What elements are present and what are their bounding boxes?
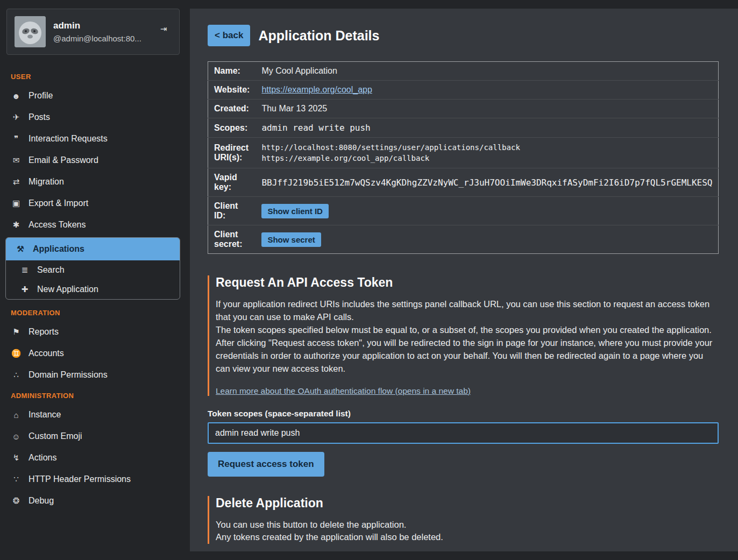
request-token-title: Request An API Access Token: [216, 275, 719, 290]
detail-value-scopes: admin read write push: [256, 118, 719, 138]
users-icon: [11, 349, 22, 358]
detail-row-created: Created: Thu Mar 13 2025: [208, 100, 719, 118]
page-header: < back Application Details: [208, 25, 719, 46]
sidebar-item-label: Access Tokens: [29, 220, 86, 230]
sidebar-item-migration[interactable]: Migration: [0, 171, 186, 193]
detail-row-scopes: Scopes: admin read write push: [208, 118, 719, 138]
sidebar-item-label: Applications: [33, 244, 84, 254]
avatar: [15, 16, 46, 47]
sidebar-item-label: HTTP Header Permissions: [29, 474, 131, 484]
sidebar-item-label: Accounts: [29, 349, 64, 358]
user-meta: admin @admin@localhost:80...: [53, 20, 141, 43]
sidebar-item-new-application[interactable]: New Application: [6, 280, 180, 299]
user-handle: @admin@localhost:80...: [53, 34, 141, 43]
envelope-icon: [11, 155, 22, 165]
sidebar-item-label: Migration: [29, 177, 64, 187]
delete-info-line: You can use this button to delete the ap…: [216, 519, 719, 531]
delete-application-section: Delete Application You can use this butt…: [208, 496, 719, 544]
list-icon: [19, 265, 30, 275]
oauth-learn-more-link[interactable]: Learn more about the OAuth authenticatio…: [216, 386, 471, 395]
detail-value-redirect-uris: http://localhost:8080/settings/user/appl…: [256, 138, 719, 168]
sidebar-item-posts[interactable]: Posts: [0, 107, 186, 128]
sidebar-item-applications[interactable]: Applications: [6, 238, 180, 260]
applications-subnav: Search New Application: [6, 260, 180, 299]
website-link[interactable]: https://example.org/cool_app: [261, 85, 372, 94]
content-panel: < back Application Details Name: My Cool…: [190, 9, 738, 551]
request-token-paragraph: The token scopes specified below must be…: [216, 324, 719, 337]
sidebar-item-domain-permissions[interactable]: Domain Permissions: [0, 364, 186, 386]
share-alt-icon: [11, 474, 22, 484]
detail-label-name: Name:: [208, 62, 256, 81]
sidebar-applications-group: Applications Search New Application: [5, 237, 180, 300]
sidebar-item-label: New Application: [37, 285, 98, 294]
request-token-section: Request An API Access Token If your appl…: [208, 275, 719, 396]
token-scopes-input[interactable]: [208, 422, 719, 444]
detail-row-client-id: Client ID: Show client ID: [208, 197, 719, 225]
sidebar-item-http-header-permissions[interactable]: HTTP Header Permissions: [0, 469, 186, 490]
detail-label-client-secret: Client secret:: [208, 225, 256, 254]
logout-icon: [158, 24, 169, 34]
request-token-paragraph: After clicking "Request access token", y…: [216, 337, 719, 375]
sidebar-item-label: Posts: [29, 112, 50, 122]
avatar-image: [15, 16, 46, 47]
bolt-icon: [11, 453, 22, 463]
sidebar-item-label: Email & Password: [29, 155, 98, 165]
user-card: admin @admin@localhost:80...: [6, 9, 180, 55]
sidebar-item-email-password[interactable]: Email & Password: [0, 150, 186, 171]
delete-info-line: Any tokens created by the application wi…: [216, 531, 719, 544]
sidebar-item-label: Instance: [29, 410, 61, 420]
show-client-id-button[interactable]: Show client ID: [261, 204, 329, 218]
detail-label-created: Created:: [208, 100, 256, 118]
user-name: admin: [53, 20, 141, 31]
redirect-uri: http://localhost:8080/settings/user/appl…: [261, 142, 712, 153]
sidebar-section-administration: ADMINISTRATION: [0, 386, 186, 404]
sidebar-section-user: USER: [0, 67, 186, 85]
smile-icon: [11, 432, 22, 441]
back-button[interactable]: < back: [208, 25, 250, 46]
flag-icon: [11, 327, 22, 337]
sidebar-item-debug[interactable]: Debug: [0, 490, 186, 512]
sidebar-item-instance[interactable]: Instance: [0, 404, 186, 426]
sidebar-item-label: Reports: [29, 327, 59, 337]
sidebar-item-custom-emoji[interactable]: Custom Emoji: [0, 426, 186, 447]
comment-icon: [11, 134, 22, 144]
token-scopes-label: Token scopes (space-separated list): [208, 409, 719, 419]
request-button-row: Request access token: [208, 444, 719, 477]
detail-value-vapid-key: BBJffJ219b5iE512m7wQSzv4KgKDhgZZVzNyWC_r…: [256, 168, 719, 197]
detail-row-vapid-key: Vapid key: BBJffJ219b5iE512m7wQSzv4KgKDh…: [208, 168, 719, 197]
detail-label-vapid-key: Vapid key:: [208, 168, 256, 197]
request-access-token-button[interactable]: Request access token: [208, 452, 324, 477]
sidebar-item-label: Interaction Requests: [29, 134, 108, 144]
bug-icon: [11, 496, 22, 506]
sidebar-item-interaction-requests[interactable]: Interaction Requests: [0, 128, 186, 150]
sidebar-item-export-import[interactable]: Export & Import: [0, 193, 186, 214]
user-icon: [11, 91, 22, 101]
sidebar-item-label: Export & Import: [29, 199, 88, 208]
sidebar-item-accounts[interactable]: Accounts: [0, 343, 186, 364]
show-secret-button[interactable]: Show secret: [261, 232, 321, 247]
detail-row-website: Website: https://example.org/cool_app: [208, 81, 719, 100]
detail-row-name: Name: My Cool Application: [208, 62, 719, 81]
sidebar-item-label: Profile: [29, 91, 53, 101]
logout-button[interactable]: [155, 21, 172, 35]
sidebar-item-applications-search[interactable]: Search: [6, 260, 180, 280]
detail-label-scopes: Scopes:: [208, 118, 256, 138]
delete-application-title: Delete Application: [216, 496, 719, 511]
paper-plane-icon: [11, 112, 22, 122]
application-details-table: Name: My Cool Application Website: https…: [208, 61, 719, 254]
detail-value-created: Thu Mar 13 2025: [256, 100, 719, 118]
sidebar-item-label: Debug: [29, 496, 54, 506]
asterisk-icon: [11, 220, 22, 230]
delete-button-row: Delete: [208, 544, 719, 551]
wrench-icon: [15, 244, 26, 254]
sidebar-item-access-tokens[interactable]: Access Tokens: [0, 214, 186, 236]
sidebar-item-profile[interactable]: Profile: [0, 85, 186, 107]
sidebar: admin @admin@localhost:80... USER Profil…: [0, 0, 186, 560]
detail-label-client-id: Client ID:: [208, 197, 256, 225]
sidebar-item-reports[interactable]: Reports: [0, 321, 186, 343]
page-title: Application Details: [258, 28, 379, 44]
sidebar-item-actions[interactable]: Actions: [0, 447, 186, 469]
redirect-uri: https://example.org/cool_app/callback: [261, 153, 712, 164]
detail-row-redirect-uris: Redirect URI(s): http://localhost:8080/s…: [208, 138, 719, 168]
detail-label-redirect-uris: Redirect URI(s):: [208, 138, 256, 168]
